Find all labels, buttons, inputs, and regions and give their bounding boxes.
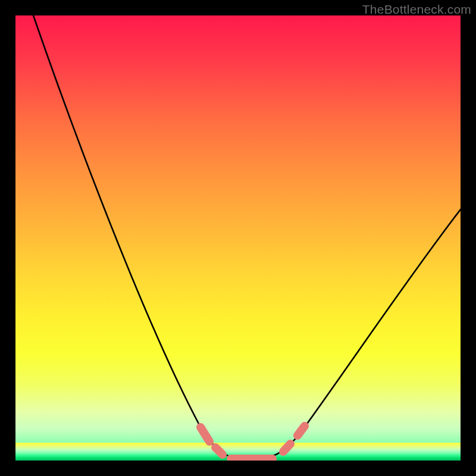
- chart-svg: [15, 15, 461, 461]
- marker-seg: [215, 447, 223, 455]
- marker-seg: [298, 426, 305, 436]
- marker-group: [201, 426, 305, 459]
- curve-path: [33, 15, 461, 459]
- marker-seg: [201, 427, 209, 441]
- chart-plot-area: [15, 15, 461, 461]
- watermark-text: TheBottleneck.com: [362, 2, 471, 17]
- marker-seg: [283, 444, 290, 452]
